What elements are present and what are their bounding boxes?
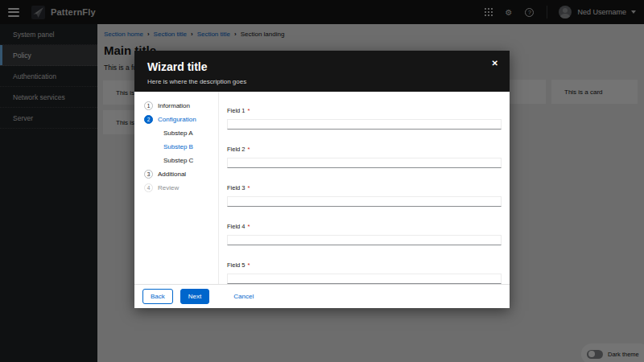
field-5-label: Field 5 <box>227 261 246 269</box>
step-label: Review <box>158 184 179 191</box>
wizard-modal: Wizard title Here is where the descripti… <box>134 51 510 308</box>
wizard-description: Here is where the description goes <box>147 78 497 85</box>
step-label: Substep A <box>163 130 192 137</box>
wizard-substep-a[interactable]: Substep A <box>134 126 218 140</box>
step-label: Substep C <box>163 157 193 164</box>
field-4-input[interactable] <box>227 235 502 245</box>
form-group: Field 1* <box>227 101 502 130</box>
step-label: Additional <box>158 171 186 178</box>
form-group: Field 3* <box>227 179 502 207</box>
app-window: PatternFly ⚙ ? Ned Username <box>0 0 644 362</box>
step-label: Substep B <box>163 143 193 150</box>
field-2-input[interactable] <box>227 158 502 168</box>
close-icon[interactable]: ✕ <box>492 60 498 68</box>
wizard-step-configuration[interactable]: 2 Configuration <box>134 113 218 126</box>
wizard-step-information[interactable]: 1 Information <box>134 99 218 113</box>
wizard-step-additional[interactable]: 3 Additional <box>134 167 218 181</box>
field-1-input[interactable] <box>227 119 502 130</box>
required-indicator: * <box>248 184 250 191</box>
wizard-body: 1 Information 2 Configuration Substep A … <box>134 92 510 284</box>
cancel-button[interactable]: Cancel <box>232 290 255 303</box>
field-5-input[interactable] <box>227 274 502 284</box>
wizard-substep-c[interactable]: Substep C <box>134 154 218 167</box>
step-number: 3 <box>144 170 153 179</box>
form-group: Field 4* <box>227 217 502 245</box>
step-number: 2 <box>144 115 153 124</box>
wizard-nav: 1 Information 2 Configuration Substep A … <box>134 92 219 284</box>
wizard-step-review[interactable]: 4 Review <box>134 181 218 195</box>
step-label: Configuration <box>158 116 196 123</box>
field-3-input[interactable] <box>227 196 502 207</box>
field-2-label: Field 2 <box>227 146 246 153</box>
form-group: Field 2* <box>227 140 502 168</box>
required-indicator: * <box>248 223 250 230</box>
step-number: 1 <box>144 101 153 110</box>
next-button[interactable]: Next <box>180 289 209 304</box>
wizard-header: Wizard title Here is where the descripti… <box>134 51 510 92</box>
back-button[interactable]: Back <box>142 289 173 304</box>
wizard-title: Wizard title <box>147 60 497 73</box>
form-group: Field 5* <box>227 256 502 284</box>
required-indicator: * <box>248 261 250 269</box>
required-indicator: * <box>248 107 250 114</box>
required-indicator: * <box>248 146 250 153</box>
field-3-label: Field 3 <box>227 184 246 191</box>
field-4-label: Field 4 <box>227 223 246 230</box>
field-1-label: Field 1 <box>227 107 246 114</box>
wizard-form: Field 1* Field 2* Field 3* Field 4* Fiel… <box>219 92 510 284</box>
step-label: Information <box>158 102 190 109</box>
wizard-substep-b[interactable]: Substep B <box>134 140 218 154</box>
wizard-footer: Back Next Cancel <box>134 284 510 308</box>
step-number: 4 <box>144 183 153 192</box>
